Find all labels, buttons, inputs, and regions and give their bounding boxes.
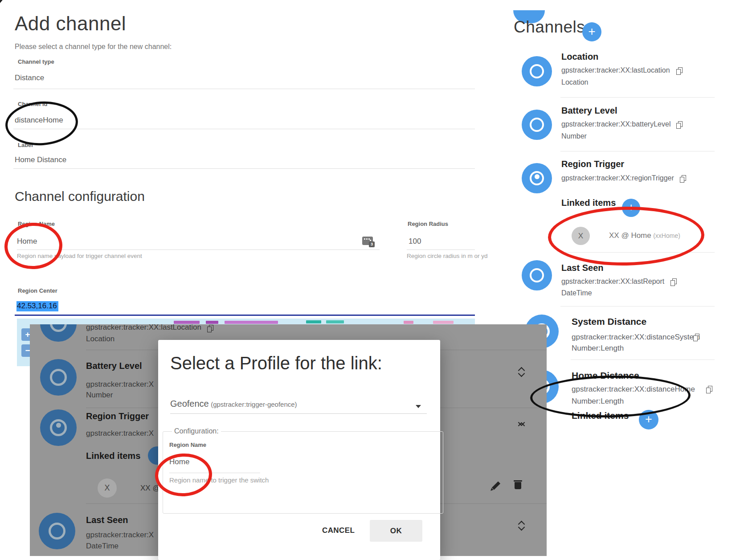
channel-title: Battery Level xyxy=(86,361,142,371)
profile-select[interactable]: Geofence (gpstracker:trigger-geofence) xyxy=(170,399,427,409)
page-subtitle: Please select a channel type for the new… xyxy=(15,43,172,51)
region-name-label: Region Name xyxy=(18,221,55,227)
trigger-channel-icon xyxy=(530,171,544,185)
profile-select-underline xyxy=(170,413,427,414)
state-channel-icon xyxy=(530,268,544,282)
map-left-sliver: + − xyxy=(17,319,30,366)
channel-title: Last Seen xyxy=(86,515,128,525)
channel-uid: gpstracker:tracker:XX:batteryLevel xyxy=(561,120,670,128)
profile-dialog: Select a Profile for the link: Geofence … xyxy=(158,340,440,560)
channel-type-underline xyxy=(13,89,475,89)
channel-icon-region-trigger xyxy=(522,163,552,193)
region-name-hint: Region name payload for trigger channel … xyxy=(17,253,142,259)
row-divider xyxy=(571,360,715,360)
autofill-keyboard-icon[interactable]: 3 xyxy=(362,237,373,245)
linked-items-header: Linked items xyxy=(572,410,629,421)
channel-item-type: Number xyxy=(86,391,113,400)
state-channel-icon xyxy=(49,523,65,540)
channels-panel-title: Channels xyxy=(514,18,585,37)
copy-uid-icon[interactable] xyxy=(706,386,712,393)
channel-uid: gpstracker:tracker:XX:distanceHome xyxy=(572,385,695,394)
unfold-more-icon[interactable] xyxy=(518,520,525,531)
channel-icon-region-trigger xyxy=(40,409,77,446)
linked-item-avatar: X xyxy=(572,227,590,245)
label-input[interactable]: Home Distance xyxy=(15,155,66,164)
channel-icon-location xyxy=(40,324,77,342)
channel-type-input[interactable]: Distance xyxy=(15,74,44,82)
add-channel-page: Add channel Please select a channel type… xyxy=(0,0,744,560)
copy-uid-icon[interactable] xyxy=(676,67,682,74)
cancel-button[interactable]: CANCEL xyxy=(322,526,355,535)
row-divider xyxy=(560,252,715,253)
dialog-title: Select a Profile for the link: xyxy=(170,353,382,373)
page-title: Add channel xyxy=(15,12,126,35)
state-channel-icon xyxy=(50,324,67,332)
label-label: Label xyxy=(18,142,33,148)
region-radius-hint: Region circle radius in m or yd xyxy=(407,253,488,259)
linked-item-row[interactable]: XX @ Home (xxHome) xyxy=(609,231,680,240)
copy-uid-icon[interactable] xyxy=(680,175,686,182)
map-poi-mark xyxy=(433,321,454,324)
linked-item-avatar: X xyxy=(98,478,117,498)
dropdown-caret-icon xyxy=(416,405,421,408)
channel-item-type: Location xyxy=(561,78,589,86)
channel-title: Battery Level xyxy=(561,106,617,116)
row-divider xyxy=(560,97,715,98)
channel-icon-location xyxy=(522,56,552,86)
channel-item-type: DateTime xyxy=(561,289,592,297)
channel-id-label: Channel Id xyxy=(18,101,47,107)
region-name-underline xyxy=(17,249,380,250)
region-center-label: Region Center xyxy=(18,287,57,294)
copy-uid-icon[interactable] xyxy=(693,334,699,341)
add-link-fab[interactable]: + xyxy=(639,410,658,429)
map-label-mark xyxy=(225,321,278,324)
channel-uid: gpstracker:tracker:X xyxy=(86,429,154,438)
map-water-mark xyxy=(326,320,344,323)
channel-uid: gpstracker:tracker:XX:regionTrigger xyxy=(561,174,674,182)
copy-uid-icon[interactable] xyxy=(207,325,213,332)
add-link-fab[interactable]: + xyxy=(622,199,640,217)
map-zoom-out-button[interactable]: − xyxy=(21,344,30,357)
profile-select-value: Geofence xyxy=(170,399,209,409)
map-label-mark xyxy=(174,321,200,324)
dialog-region-name-hint: Region name to trigger the switch xyxy=(169,476,269,484)
map-poi-mark xyxy=(404,321,413,324)
ok-button[interactable]: OK xyxy=(370,520,422,542)
trigger-channel-icon xyxy=(50,419,67,436)
channel-title: Home Distance xyxy=(572,370,639,381)
channel-id-input[interactable]: distanceHome xyxy=(15,116,63,125)
channel-item-type: Number xyxy=(561,132,587,140)
linked-item-id: (xxHome) xyxy=(653,232,680,239)
copy-uid-icon[interactable] xyxy=(670,278,676,286)
add-channel-fab[interactable]: + xyxy=(582,22,601,41)
region-center-focus-underline xyxy=(15,315,475,316)
unfold-less-icon[interactable] xyxy=(518,419,525,429)
unfold-more-icon[interactable] xyxy=(518,367,525,377)
dialog-region-name-input[interactable]: Home xyxy=(169,458,189,466)
channel-uid: gpstracker:tracker:XX:lastReport xyxy=(561,278,664,286)
region-radius-underline xyxy=(407,249,475,250)
row-divider xyxy=(560,151,715,151)
configuration-legend: Configuration: xyxy=(172,427,221,435)
delete-link-icon[interactable] xyxy=(515,482,521,489)
edit-link-icon[interactable] xyxy=(492,481,500,490)
channel-uid: gpstracker:tracker:XX:lastLocation xyxy=(561,66,670,74)
channel-item-type: Number:Length xyxy=(572,344,624,353)
channel-uid: gpstracker:tracker:XX:distanceSystem xyxy=(572,333,700,342)
channel-icon-last-seen xyxy=(522,260,552,290)
channel-item-type: DateTime xyxy=(86,542,119,551)
linked-items-header: Linked items xyxy=(561,198,616,208)
channel-icon-last-seen xyxy=(39,513,75,549)
profile-select-detail: (gpstracker:trigger-geofence) xyxy=(211,401,297,408)
channel-uid: gpstracker:tracker:XX:lastLocation xyxy=(86,324,201,332)
linked-items-header: Linked items xyxy=(86,451,140,461)
copy-uid-icon[interactable] xyxy=(676,121,682,128)
region-center-input[interactable]: 42.53,16.16 xyxy=(16,301,58,311)
region-name-input[interactable]: Home xyxy=(17,237,37,246)
linked-item-name: XX @ Home xyxy=(609,231,651,240)
corner-artifact xyxy=(0,0,3,6)
region-radius-input[interactable]: 100 xyxy=(409,237,421,246)
map-zoom-in-button[interactable]: + xyxy=(21,328,30,341)
channel-uid: gpstracker:tracker:X xyxy=(86,531,154,540)
channel-icon-battery xyxy=(40,359,77,396)
